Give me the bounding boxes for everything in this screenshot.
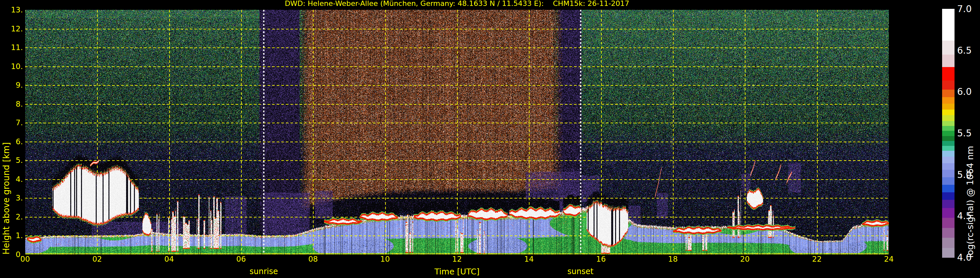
page-title: DWD: Helene-Weber-Allee (München, German…: [25, 0, 889, 8]
x-tick-label: 24: [884, 255, 893, 263]
colorbar-segment: [942, 217, 955, 228]
colorbar-segment: [942, 208, 955, 218]
colorbar-segment: [942, 228, 955, 238]
ceilometer-quicklook: DWD: Helene-Weber-Allee (München, German…: [0, 0, 980, 278]
y-tick-label: 7.: [0, 118, 23, 127]
colorbar-segment: [942, 247, 955, 258]
y-tick-label: 9.: [0, 81, 23, 89]
colorbar: [942, 9, 955, 258]
colorbar-segment: [942, 184, 955, 192]
colorbar-segment: [942, 169, 955, 177]
x-tick-label: 08: [309, 255, 318, 263]
colorbar-segment: [942, 126, 955, 131]
x-tick-label: 12: [452, 255, 461, 263]
x-tick-label: 14: [524, 255, 534, 263]
colorbar-segment: [942, 131, 955, 136]
y-tick-label: 2.: [0, 212, 23, 221]
colorbar-label: log(rc-signal) @ 1064 nm: [965, 9, 975, 258]
colorbar-segment: [942, 192, 955, 200]
colorbar-segment: [942, 67, 955, 80]
x-tick-label: 20: [740, 255, 750, 263]
x-tick-label: 04: [164, 255, 174, 263]
colorbar-segment: [942, 103, 955, 110]
y-tick-label: 6.: [0, 137, 23, 146]
colorbar-segment: [942, 109, 955, 115]
x-tick-label: 10: [380, 255, 390, 263]
colorbar-segment: [942, 136, 955, 141]
colorbar-segment: [942, 238, 955, 248]
colorbar-segment: [942, 150, 955, 157]
x-tick-label: 18: [668, 255, 678, 263]
y-tick-label: 11.: [0, 43, 23, 52]
x-tick-label: 06: [236, 255, 246, 263]
heatmap-plot-canvas: [25, 10, 889, 254]
x-tick-label: 00: [20, 255, 30, 263]
y-tick-label: 10.: [0, 62, 23, 71]
colorbar-segment: [942, 200, 955, 208]
colorbar-segment: [942, 80, 955, 89]
x-tick-label: 22: [812, 255, 822, 263]
y-tick-label: 12.: [0, 24, 23, 33]
y-tick-label: 5.: [0, 156, 23, 165]
colorbar-segment: [942, 54, 955, 67]
colorbar-segment: [942, 157, 955, 163]
y-tick-label: 3.: [0, 193, 23, 202]
colorbar-segment: [942, 9, 955, 40]
x-axis-label: Time [UTC]: [434, 267, 480, 276]
colorbar-segment: [942, 145, 955, 151]
x-tick-label: 16: [596, 255, 606, 263]
colorbar-segment: [942, 163, 955, 170]
colorbar-segment: [942, 40, 955, 54]
x-tick-label: 02: [92, 255, 102, 263]
colorbar-segment: [942, 115, 955, 121]
y-tick-label: 1.: [0, 231, 23, 240]
sunrise-label: sunrise: [250, 267, 278, 276]
colorbar-segment: [942, 121, 955, 126]
colorbar-segment: [942, 89, 955, 97]
y-tick-label: 13.: [0, 6, 23, 14]
sunset-label: sunset: [568, 267, 593, 276]
colorbar-segment: [942, 177, 955, 185]
colorbar-segment: [942, 96, 955, 103]
colorbar-segment: [942, 141, 955, 146]
y-tick-label: 4.: [0, 175, 23, 184]
y-tick-label: 8.: [0, 100, 23, 108]
y-tick-label: 0.: [0, 250, 23, 259]
